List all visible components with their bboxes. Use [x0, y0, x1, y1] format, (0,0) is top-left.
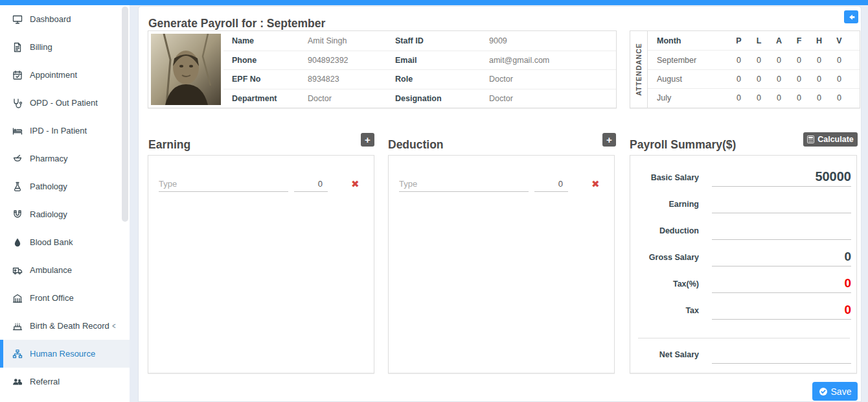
arrow-left-icon	[847, 13, 856, 21]
sidebar-item-front-office[interactable]: Front Office	[0, 284, 130, 312]
attendance-row: July 0 0 0 0 0 0	[648, 88, 860, 107]
payroll-field-row: Gross Salary	[630, 244, 856, 266]
calculator-icon	[807, 136, 814, 143]
earning-title: Earning	[148, 138, 190, 152]
sidebar-item-human-resource[interactable]: Human Resource	[0, 340, 130, 368]
monitor-icon	[12, 14, 23, 25]
deduction-panel: ✖	[388, 155, 615, 373]
delete-deduction-row-icon[interactable]: ✖	[591, 179, 600, 189]
earning-panel: ✖	[148, 155, 374, 373]
payroll-summary-panel: Basic Salary Earning Deduction Gross Sal…	[630, 155, 857, 373]
page-title: Generate Payroll for : September	[148, 17, 325, 30]
sitemap-icon	[12, 348, 23, 360]
gross-salary-input[interactable]	[712, 247, 851, 266]
payroll-field-row: Tax(%)	[630, 271, 856, 293]
add-deduction-button[interactable]: +	[602, 133, 616, 147]
staff-row: Phone904892392 Emailamit@gmail.com	[223, 51, 616, 70]
mortar-icon	[12, 153, 23, 165]
payroll-field-row: Tax	[630, 298, 856, 320]
basic-salary-input[interactable]	[712, 167, 851, 187]
staff-details-panel: NameAmit Singh Staff ID9009 Phone9048923…	[148, 30, 617, 108]
ambulance-icon	[12, 265, 23, 276]
earning-total-input[interactable]	[712, 194, 851, 213]
payroll-summary-title: Payroll Summary($)	[630, 138, 736, 152]
deduction-amount-input[interactable]	[534, 176, 568, 192]
staff-row: DepartmentDoctor DesignationDoctor	[223, 89, 616, 108]
net-salary-input[interactable]	[712, 344, 851, 364]
stethoscope-icon	[12, 97, 23, 109]
sidebar-item-referral[interactable]: Referral	[0, 368, 130, 396]
calendar-icon	[12, 69, 23, 81]
staff-row: NameAmit Singh Staff ID9009	[223, 31, 616, 51]
bed-icon	[12, 125, 23, 137]
check-circle-icon	[819, 387, 828, 396]
back-button[interactable]	[844, 10, 858, 23]
flask-icon	[12, 181, 23, 193]
sidebar-item-pathology[interactable]: Pathology	[0, 172, 130, 200]
sidebar-scrollbar[interactable]	[122, 6, 128, 222]
attendance-panel: ATTENDANCE Month P L A F H V September 0…	[630, 30, 860, 108]
delete-earning-row-icon[interactable]: ✖	[351, 179, 360, 189]
attendance-table: Month P L A F H V September 0 0 0 0 0 0 …	[648, 31, 860, 108]
magnet-icon	[12, 209, 23, 220]
payroll-field-row: Earning	[630, 191, 856, 213]
deduction-total-input[interactable]	[712, 220, 851, 240]
staff-row: EPF No8934823 RoleDoctor	[223, 69, 616, 89]
save-button[interactable]: Save	[812, 382, 858, 401]
payroll-field-row: Deduction	[630, 218, 856, 240]
attendance-row: September 0 0 0 0 0 0	[648, 50, 860, 69]
tax-input[interactable]	[712, 300, 851, 320]
sidebar-item-opd[interactable]: OPD - Out Patient	[0, 89, 130, 117]
attendance-side-label: ATTENDANCE	[630, 31, 648, 108]
payroll-page: Generate Payroll for : September	[138, 6, 862, 402]
chevron-left-icon[interactable]: <	[113, 321, 116, 331]
sidebar-item-ipd[interactable]: IPD - In Patient	[0, 117, 130, 145]
blood-drop-icon	[12, 237, 23, 248]
attendance-header-row: Month P L A F H V	[648, 31, 860, 50]
users-icon	[12, 376, 23, 388]
sidebar-item-billing[interactable]: Billing	[0, 33, 130, 61]
staff-details-table: NameAmit Singh Staff ID9009 Phone9048923…	[223, 31, 616, 108]
payroll-field-row: Basic Salary	[630, 165, 856, 187]
sidebar: Dashboard Billing Appointment OPD - Out …	[0, 5, 130, 402]
sidebar-item-birth-death[interactable]: Birth & Death Record <	[0, 312, 130, 340]
sidebar-item-pharmacy[interactable]: Pharmacy	[0, 145, 130, 172]
earning-amount-input[interactable]	[294, 176, 328, 192]
invoice-icon	[12, 41, 23, 53]
summary-divider	[638, 338, 850, 338]
sidebar-item-dashboard[interactable]: Dashboard	[0, 5, 130, 33]
earning-type-input[interactable]	[159, 176, 288, 192]
add-earning-button[interactable]: +	[361, 133, 374, 147]
deduction-type-input[interactable]	[399, 176, 529, 192]
staff-photo	[151, 34, 221, 105]
calculate-button[interactable]: Calculate	[803, 132, 858, 147]
sidebar-item-radiology[interactable]: Radiology	[0, 200, 130, 228]
cake-icon	[12, 320, 23, 332]
sidebar-item-ambulance[interactable]: Ambulance	[0, 256, 130, 284]
sidebar-item-blood-bank[interactable]: Blood Bank	[0, 228, 130, 256]
attendance-row: August 0 0 0 0 0 0	[648, 69, 860, 88]
deduction-title: Deduction	[388, 138, 444, 152]
sidebar-item-appointment[interactable]: Appointment	[0, 61, 130, 89]
top-accent-bar	[0, 0, 868, 5]
tax-percent-input[interactable]	[712, 274, 851, 293]
building-icon	[12, 292, 23, 304]
payroll-field-row: Net Salary	[630, 342, 856, 364]
